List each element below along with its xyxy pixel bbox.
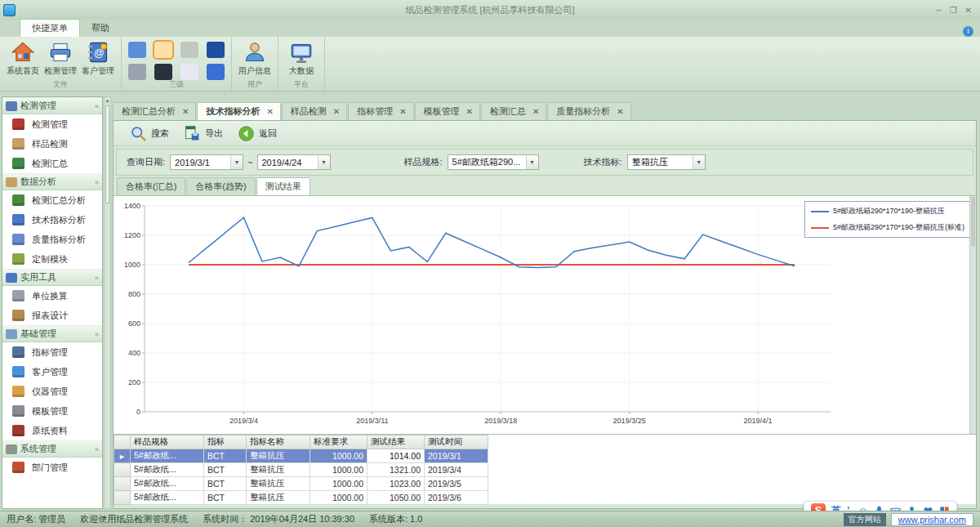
sidebar-item-检测汇总分析[interactable]: 检测汇总分析	[2, 190, 102, 210]
sidebar-item-指标管理[interactable]: 指标管理	[2, 342, 102, 362]
sidebar-scrollbar[interactable]: ▲	[104, 96, 111, 509]
sidebar-group-实用工具[interactable]: 实用工具«	[2, 269, 102, 286]
spec-select[interactable]: 5#邮政纸箱290... ▼	[448, 154, 539, 170]
sidebar-item-检测汇总[interactable]: 检测汇总	[2, 154, 102, 173]
cell[interactable]: 1321.00	[368, 463, 425, 477]
ribbon-button-检测管理[interactable]: 检测管理	[42, 38, 78, 81]
cell[interactable]: BCT	[204, 449, 247, 463]
cell[interactable]: 1000.00	[310, 477, 368, 491]
cell[interactable]: 1023.00	[368, 477, 425, 491]
sidebar-group-系统管理[interactable]: 系统管理«	[2, 440, 102, 458]
tab-close-icon[interactable]: ✕	[617, 107, 623, 116]
chevron-down-icon[interactable]: ▼	[693, 155, 705, 169]
official-site-link[interactable]: www.prishar.com	[891, 513, 973, 526]
pie-icon[interactable]	[128, 64, 146, 80]
close-button[interactable]: ✕	[965, 6, 972, 15]
cell[interactable]: 整箱抗压	[247, 449, 310, 463]
tab-指标管理[interactable]: 指标管理✕	[348, 102, 413, 120]
sidebar-item-模板管理[interactable]: 模板管理	[2, 401, 102, 421]
cell[interactable]: BCT	[204, 463, 247, 477]
indicator-select[interactable]: 整箱抗压 ▼	[627, 154, 706, 170]
cell[interactable]: 1000.00	[310, 449, 368, 463]
scroll-thumb[interactable]	[105, 105, 109, 203]
table-row[interactable]: ▸5#邮政纸...BCT整箱抗压1000.001014.002019/3/1	[114, 449, 488, 463]
table-row[interactable]: 5#邮政纸...BCT整箱抗压1000.001050.002019/3/6	[114, 491, 488, 505]
maximize-button[interactable]: ❐	[950, 6, 957, 15]
cell[interactable]: 2019/3/1	[425, 449, 488, 463]
help-icon[interactable]: i	[963, 26, 973, 37]
doc-icon[interactable]	[128, 42, 146, 58]
tab-close-icon[interactable]: ✕	[532, 107, 539, 116]
cell[interactable]: 5#邮政纸...	[131, 477, 204, 491]
cell[interactable]: 1050.00	[368, 491, 425, 505]
cell[interactable]: 整箱抗压	[247, 491, 310, 505]
cell[interactable]: 2019/3/6	[425, 491, 488, 505]
ribbon-button-大数据[interactable]: 大数据	[283, 38, 319, 81]
chevron-down-icon[interactable]: ▼	[526, 155, 538, 169]
star-icon[interactable]	[207, 64, 225, 80]
cell[interactable]: 2019/3/5	[425, 477, 488, 491]
cell[interactable]: 1014.00	[368, 449, 425, 463]
column-header-样品规格[interactable]: 样品规格	[131, 435, 204, 449]
cell[interactable]: 5#邮政纸...	[131, 449, 204, 463]
tab-close-icon[interactable]: ✕	[399, 107, 406, 116]
subtab-测试结果[interactable]: 测试结果	[256, 177, 310, 195]
tab-close-icon[interactable]: ✕	[466, 107, 473, 116]
sidebar-item-报表设计[interactable]: 报表设计	[2, 306, 102, 325]
tab-close-icon[interactable]: ✕	[182, 107, 189, 116]
sidebar-item-样品检测[interactable]: 样品检测	[2, 134, 102, 154]
collapse-icon[interactable]: «	[95, 178, 99, 186]
date-to-picker[interactable]: 2019/4/24 ▼	[257, 154, 331, 170]
tab-质量指标分析[interactable]: 质量指标分析✕	[547, 102, 630, 120]
collapse-icon[interactable]: «	[95, 102, 99, 110]
cell[interactable]: 1000.00	[310, 463, 368, 477]
ribbon-tab-quick-menu[interactable]: 快捷菜单	[20, 19, 80, 37]
ribbon-button-用户信息[interactable]: 用户信息	[237, 38, 273, 81]
sidebar-item-单位换算[interactable]: 单位换算	[2, 286, 102, 306]
cell[interactable]: 2019/3/4	[425, 463, 488, 477]
tab-close-icon[interactable]: ✕	[266, 107, 273, 116]
subtab-合格率(汇总)[interactable]: 合格率(汇总)	[117, 177, 185, 195]
sidebar-group-检测管理[interactable]: 检测管理«	[2, 97, 102, 114]
cell[interactable]: BCT	[204, 477, 247, 491]
column-header-测试时间[interactable]: 测试时间	[425, 435, 488, 449]
sidebar-item-技术指标分析[interactable]: 技术指标分析	[2, 210, 102, 230]
tab-技术指标分析[interactable]: 技术指标分析✕	[197, 102, 280, 120]
star-frame-icon[interactable]	[180, 64, 198, 80]
table-row[interactable]: 5#邮政纸...BCT整箱抗压1000.001023.002019/3/5	[114, 477, 488, 491]
scroll-thumb[interactable]	[971, 197, 975, 246]
date-from-picker[interactable]: 2019/3/1 ▼	[170, 154, 243, 170]
ribbon-tab-help[interactable]: 帮助	[80, 20, 121, 37]
collapse-icon[interactable]: «	[95, 445, 99, 453]
table-row[interactable]: 5#邮政纸...BCT整箱抗压1000.001321.002019/3/4	[114, 463, 488, 477]
tab-模板管理[interactable]: 模板管理✕	[415, 102, 480, 120]
sidebar-group-数据分析[interactable]: 数据分析«	[2, 173, 102, 190]
tab-检测汇总分析[interactable]: 检测汇总分析✕	[113, 102, 196, 120]
ribbon-button-系统首页[interactable]: 系统首页	[5, 38, 41, 81]
back-button[interactable]: 返回	[233, 123, 282, 144]
collapse-icon[interactable]: «	[95, 330, 99, 338]
column-header-测试结果[interactable]: 测试结果	[368, 435, 425, 449]
cell[interactable]: BCT	[204, 491, 247, 505]
tab-样品检测[interactable]: 样品检测✕	[282, 102, 347, 120]
cell[interactable]: 整箱抗压	[247, 477, 310, 491]
tab-close-icon[interactable]: ✕	[333, 107, 340, 116]
chevron-down-icon[interactable]: ▼	[318, 155, 330, 169]
column-header-指标名称[interactable]: 指标名称	[247, 435, 310, 449]
chevron-down-icon[interactable]: ▼	[230, 155, 243, 169]
sidebar-item-质量指标分析[interactable]: 质量指标分析	[2, 230, 102, 249]
report-icon[interactable]	[154, 42, 172, 58]
cell[interactable]: 整箱抗压	[247, 463, 310, 477]
column-header-标准要求[interactable]: 标准要求	[310, 435, 368, 449]
sidebar-item-客户管理[interactable]: 客户管理	[2, 362, 102, 382]
sidebar-item-仪器管理[interactable]: 仪器管理	[2, 382, 102, 401]
cell[interactable]: 5#邮政纸...	[131, 463, 204, 477]
cube-icon[interactable]	[180, 42, 198, 58]
sphere-icon[interactable]	[154, 64, 172, 80]
collapse-icon[interactable]: «	[95, 274, 99, 282]
sidebar-item-原纸资料[interactable]: 原纸资料	[2, 421, 102, 440]
seven-icon[interactable]	[207, 42, 225, 58]
sidebar-item-定制模块[interactable]: 定制模块	[2, 249, 102, 269]
export-button[interactable]: 导出	[179, 123, 228, 144]
sidebar-item-部门管理[interactable]: 部门管理	[2, 458, 102, 477]
